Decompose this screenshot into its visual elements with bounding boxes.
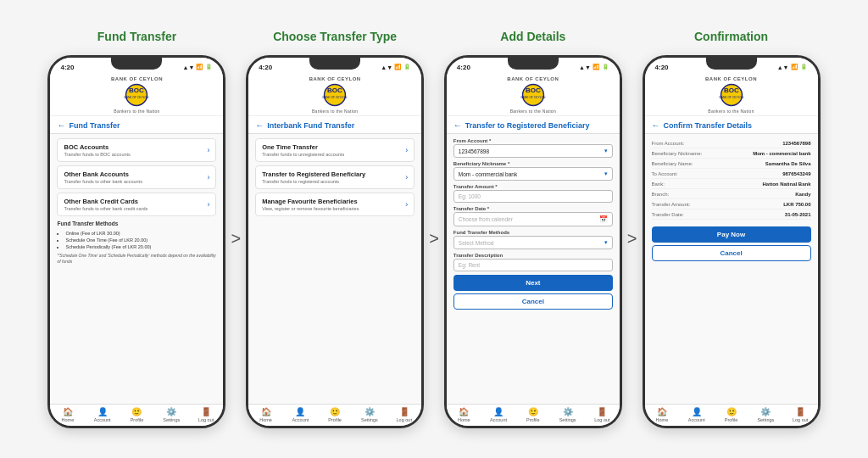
nav-logout-2[interactable]: 🚪Log out: [387, 407, 421, 422]
step-1-group: Fund Transfer 4:20 ▲▼ 📶 🔋 BANK OF CEYLON: [47, 30, 225, 428]
one-time-transfer-item[interactable]: One Time Transfer Transfer funds to unre…: [255, 138, 415, 162]
page-title-bar-4: ← Confirm Transfer Details: [645, 116, 818, 134]
boc-svg-1: BOC BANK OF CEYLON: [118, 82, 155, 108]
arrow-1: >: [231, 229, 241, 249]
nav-profile-1[interactable]: 🙂Profile: [120, 407, 154, 422]
svg-text:BOC: BOC: [327, 87, 342, 94]
nav-profile-2[interactable]: 🙂Profile: [318, 407, 353, 422]
next-button[interactable]: Next: [453, 275, 613, 291]
status-icons-2: ▲▼ 📶 🔋: [381, 64, 411, 70]
boc-accounts-sub: Transfer funds to BOC accounts: [64, 152, 130, 157]
profile-icon-2: 🙂: [330, 407, 340, 416]
status-icons-4: ▲▼ 📶 🔋: [777, 64, 808, 70]
detail-row-6: Transfer Amount: LKR 750.00: [652, 199, 811, 209]
nav-account-4[interactable]: 👤Account: [679, 407, 714, 422]
nav-settings-3[interactable]: ⚙️Settings: [550, 407, 585, 422]
phone-3-content: BANK OF CEYLON BOC BANK OF CEYLON Banker…: [447, 73, 620, 426]
beneficiary-dropdown-icon: ▾: [604, 170, 608, 177]
detail-val-2: Samantha De Silva: [765, 161, 811, 166]
credit-cards-item[interactable]: Other Bank Credit Cards Transfer funds t…: [57, 193, 216, 216]
nav-account-2[interactable]: 👤Account: [283, 407, 318, 422]
status-time-1: 4:20: [60, 64, 74, 71]
cancel-button-4[interactable]: Cancel: [652, 245, 811, 261]
bank-header-1: BANK OF CEYLON BOC BANK OF CEYLON Banker…: [50, 73, 223, 116]
logout-label-1: Log out: [198, 417, 214, 422]
settings-label-1: Settings: [163, 417, 180, 422]
phone-4-content: BANK OF CEYLON BOC BANK OF CEYLON Banker…: [645, 73, 818, 426]
boc-accounts-title: BOC Accounts: [64, 143, 130, 151]
nav-logout-1[interactable]: 🚪Log out: [189, 407, 224, 422]
nav-logout-3[interactable]: 🚪Log out: [585, 407, 620, 422]
detail-key-4: Bank:: [652, 182, 665, 187]
registered-sub: Transfer funds to registered accounts: [262, 179, 365, 184]
bank-logo-4: BOC BANK OF CEYLON: [713, 81, 750, 109]
nav-home-1[interactable]: 🏠Home: [50, 407, 85, 422]
nav-profile-3[interactable]: 🙂Profile: [515, 407, 550, 422]
step-4-label: Confirmation: [694, 30, 768, 48]
nav-settings-2[interactable]: ⚙️Settings: [353, 407, 387, 422]
account-icon-4: 👤: [692, 407, 702, 416]
from-account-label: From Account *: [453, 138, 613, 143]
credit-cards-sub: Transfer funds to other bank credit card…: [64, 206, 147, 211]
detail-val-0: 1234567898: [782, 141, 810, 146]
detail-row-4: Bank: Hatton Natinal Bank: [652, 179, 811, 189]
manage-favourites-item[interactable]: Manage Favourite Beneficiaries View, reg…: [255, 193, 415, 216]
nav-settings-1[interactable]: ⚙️Settings: [154, 407, 189, 422]
fund-method-select[interactable]: Select Method ▾: [453, 236, 613, 249]
detail-key-3: To Account:: [652, 171, 678, 176]
detail-row-2: Beneficiary Name: Samantha De Silva: [652, 159, 811, 169]
detail-key-1: Beneficiary Nickname:: [652, 151, 703, 156]
svg-text:BOC: BOC: [130, 87, 145, 94]
beneficiary-nickname-input[interactable]: Mom - commercial bank ▾: [453, 167, 613, 181]
settings-icon-2: ⚙️: [364, 407, 375, 416]
back-arrow-1[interactable]: ←: [57, 120, 65, 130]
nav-account-3[interactable]: 👤Account: [481, 407, 516, 422]
bank-tagline-1: Bankers to the Nation: [114, 109, 159, 114]
one-time-title: One Time Transfer: [262, 143, 344, 151]
step-3-label: Add Details: [500, 30, 565, 48]
bank-tagline-2: Bankers to the Nation: [312, 109, 358, 114]
calendar-icon: 📅: [599, 215, 608, 223]
pay-now-button[interactable]: Pay Now: [652, 226, 811, 243]
detail-val-4: Hatton Natinal Bank: [763, 182, 811, 187]
registered-beneficiary-item[interactable]: Transfer to Registered Beneficiary Trans…: [255, 165, 415, 189]
back-arrow-2[interactable]: ←: [255, 120, 264, 130]
transfer-date-input[interactable]: Choose from calender 📅: [453, 212, 613, 226]
back-arrow-4[interactable]: ←: [652, 120, 660, 130]
nav-account-1[interactable]: 👤Account: [85, 407, 120, 422]
nav-home-4[interactable]: 🏠Home: [645, 407, 680, 422]
page-title-bar-2: ← Interbank Fund Transfer: [248, 116, 421, 134]
status-time-3: 4:20: [457, 64, 470, 71]
page-title-4: Confirm Transfer Details: [664, 121, 753, 130]
step-1-label: Fund Transfer: [97, 30, 176, 48]
nav-settings-4[interactable]: ⚙️Settings: [748, 407, 783, 422]
detail-row-0: From Account: 1234567898: [652, 138, 811, 148]
other-bank-accounts-item[interactable]: Other Bank Accounts Transfer funds to ot…: [57, 165, 216, 189]
detail-val-3: 9876543249: [782, 171, 810, 176]
boc-accounts-item[interactable]: BOC Accounts Transfer funds to BOC accou…: [57, 138, 216, 162]
nav-home-2[interactable]: 🏠Home: [248, 407, 283, 422]
transfer-amount-input[interactable]: Eg: 1000: [453, 190, 613, 203]
bottom-nav-2: 🏠Home 👤Account 🙂Profile ⚙️Settings 🚪Log …: [248, 404, 421, 426]
nav-profile-4[interactable]: 🙂Profile: [714, 407, 748, 422]
cancel-button-3[interactable]: Cancel: [453, 293, 613, 310]
boc-svg-3: BOC BANK OF CEYLON: [515, 82, 552, 108]
from-account-dropdown-icon: ▾: [604, 148, 608, 154]
back-arrow-3[interactable]: ←: [453, 120, 462, 130]
screen-body-2: One Time Transfer Transfer funds to unre…: [248, 134, 421, 404]
screen-body-3: From Account * 1234567898 ▾ Beneficiary …: [447, 134, 620, 404]
nav-home-3[interactable]: 🏠Home: [447, 407, 481, 422]
nav-logout-4[interactable]: 🚪Log out: [783, 407, 818, 422]
screen-body-1: BOC Accounts Transfer funds to BOC accou…: [50, 134, 223, 404]
arrow-3: >: [627, 229, 637, 249]
account-icon-1: 👤: [97, 407, 108, 416]
step-4-group: Confirmation 4:20 ▲▼ 📶 🔋 BANK OF CEYLON: [643, 30, 821, 428]
phone-2: 4:20 ▲▼ 📶 🔋 BANK OF CEYLON BOC BANK OF C…: [246, 55, 424, 428]
detail-row-7: Transfer Date: 31-05-2021: [652, 209, 811, 220]
info-item-1: Schedule One Time (Fee of LKR 20.00): [65, 237, 216, 243]
transfer-desc-input[interactable]: Eg: Rent: [453, 259, 613, 271]
credit-cards-title: Other Bank Credit Cards: [64, 198, 147, 205]
bank-header-2: BANK OF CEYLON BOC BANK OF CEYLON Banker…: [248, 73, 421, 116]
phone-2-content: BANK OF CEYLON BOC BANK OF CEYLON Banker…: [248, 73, 421, 426]
from-account-input[interactable]: 1234567898 ▾: [453, 144, 613, 158]
